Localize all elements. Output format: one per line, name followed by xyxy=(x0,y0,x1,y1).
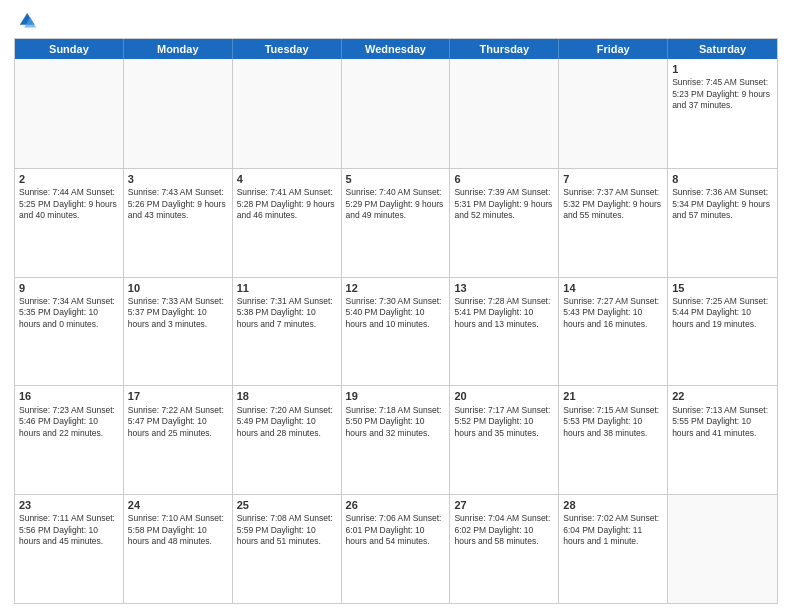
header-day-tuesday: Tuesday xyxy=(233,39,342,59)
header-day-sunday: Sunday xyxy=(15,39,124,59)
day-cell-28: 28Sunrise: 7:02 AM Sunset: 6:04 PM Dayli… xyxy=(559,495,668,603)
calendar-header: SundayMondayTuesdayWednesdayThursdayFrid… xyxy=(15,39,777,59)
day-number: 24 xyxy=(128,498,228,512)
day-number: 18 xyxy=(237,389,337,403)
day-info: Sunrise: 7:18 AM Sunset: 5:50 PM Dayligh… xyxy=(346,405,446,439)
day-info: Sunrise: 7:33 AM Sunset: 5:37 PM Dayligh… xyxy=(128,296,228,330)
day-cell-17: 17Sunrise: 7:22 AM Sunset: 5:47 PM Dayli… xyxy=(124,386,233,494)
day-number: 15 xyxy=(672,281,773,295)
day-cell-8: 8Sunrise: 7:36 AM Sunset: 5:34 PM Daylig… xyxy=(668,169,777,277)
day-cell-16: 16Sunrise: 7:23 AM Sunset: 5:46 PM Dayli… xyxy=(15,386,124,494)
day-info: Sunrise: 7:30 AM Sunset: 5:40 PM Dayligh… xyxy=(346,296,446,330)
day-number: 10 xyxy=(128,281,228,295)
day-cell-20: 20Sunrise: 7:17 AM Sunset: 5:52 PM Dayli… xyxy=(450,386,559,494)
day-number: 1 xyxy=(672,62,773,76)
logo-icon xyxy=(14,10,36,32)
day-cell-25: 25Sunrise: 7:08 AM Sunset: 5:59 PM Dayli… xyxy=(233,495,342,603)
day-info: Sunrise: 7:40 AM Sunset: 5:29 PM Dayligh… xyxy=(346,187,446,221)
day-number: 3 xyxy=(128,172,228,186)
day-number: 20 xyxy=(454,389,554,403)
day-cell-12: 12Sunrise: 7:30 AM Sunset: 5:40 PM Dayli… xyxy=(342,278,451,386)
day-number: 27 xyxy=(454,498,554,512)
day-info: Sunrise: 7:25 AM Sunset: 5:44 PM Dayligh… xyxy=(672,296,773,330)
day-number: 8 xyxy=(672,172,773,186)
day-info: Sunrise: 7:41 AM Sunset: 5:28 PM Dayligh… xyxy=(237,187,337,221)
day-cell-19: 19Sunrise: 7:18 AM Sunset: 5:50 PM Dayli… xyxy=(342,386,451,494)
day-cell-24: 24Sunrise: 7:10 AM Sunset: 5:58 PM Dayli… xyxy=(124,495,233,603)
week-row-2: 2Sunrise: 7:44 AM Sunset: 5:25 PM Daylig… xyxy=(15,168,777,277)
day-info: Sunrise: 7:04 AM Sunset: 6:02 PM Dayligh… xyxy=(454,513,554,547)
header-day-friday: Friday xyxy=(559,39,668,59)
empty-cell xyxy=(559,59,668,168)
week-row-1: 1Sunrise: 7:45 AM Sunset: 5:23 PM Daylig… xyxy=(15,59,777,168)
day-number: 14 xyxy=(563,281,663,295)
day-cell-15: 15Sunrise: 7:25 AM Sunset: 5:44 PM Dayli… xyxy=(668,278,777,386)
day-cell-26: 26Sunrise: 7:06 AM Sunset: 6:01 PM Dayli… xyxy=(342,495,451,603)
day-number: 23 xyxy=(19,498,119,512)
day-info: Sunrise: 7:43 AM Sunset: 5:26 PM Dayligh… xyxy=(128,187,228,221)
empty-cell xyxy=(342,59,451,168)
day-cell-27: 27Sunrise: 7:04 AM Sunset: 6:02 PM Dayli… xyxy=(450,495,559,603)
empty-cell xyxy=(450,59,559,168)
day-info: Sunrise: 7:06 AM Sunset: 6:01 PM Dayligh… xyxy=(346,513,446,547)
day-info: Sunrise: 7:15 AM Sunset: 5:53 PM Dayligh… xyxy=(563,405,663,439)
day-cell-5: 5Sunrise: 7:40 AM Sunset: 5:29 PM Daylig… xyxy=(342,169,451,277)
header-day-wednesday: Wednesday xyxy=(342,39,451,59)
week-row-3: 9Sunrise: 7:34 AM Sunset: 5:35 PM Daylig… xyxy=(15,277,777,386)
day-info: Sunrise: 7:22 AM Sunset: 5:47 PM Dayligh… xyxy=(128,405,228,439)
logo xyxy=(14,10,40,32)
day-cell-23: 23Sunrise: 7:11 AM Sunset: 5:56 PM Dayli… xyxy=(15,495,124,603)
week-row-5: 23Sunrise: 7:11 AM Sunset: 5:56 PM Dayli… xyxy=(15,494,777,603)
calendar: SundayMondayTuesdayWednesdayThursdayFrid… xyxy=(14,38,778,604)
day-cell-4: 4Sunrise: 7:41 AM Sunset: 5:28 PM Daylig… xyxy=(233,169,342,277)
day-cell-18: 18Sunrise: 7:20 AM Sunset: 5:49 PM Dayli… xyxy=(233,386,342,494)
day-number: 25 xyxy=(237,498,337,512)
day-info: Sunrise: 7:10 AM Sunset: 5:58 PM Dayligh… xyxy=(128,513,228,547)
day-info: Sunrise: 7:39 AM Sunset: 5:31 PM Dayligh… xyxy=(454,187,554,221)
day-info: Sunrise: 7:45 AM Sunset: 5:23 PM Dayligh… xyxy=(672,77,773,111)
day-number: 4 xyxy=(237,172,337,186)
empty-cell xyxy=(15,59,124,168)
day-cell-7: 7Sunrise: 7:37 AM Sunset: 5:32 PM Daylig… xyxy=(559,169,668,277)
day-cell-3: 3Sunrise: 7:43 AM Sunset: 5:26 PM Daylig… xyxy=(124,169,233,277)
day-number: 17 xyxy=(128,389,228,403)
week-row-4: 16Sunrise: 7:23 AM Sunset: 5:46 PM Dayli… xyxy=(15,385,777,494)
day-cell-9: 9Sunrise: 7:34 AM Sunset: 5:35 PM Daylig… xyxy=(15,278,124,386)
day-number: 19 xyxy=(346,389,446,403)
day-number: 22 xyxy=(672,389,773,403)
day-info: Sunrise: 7:23 AM Sunset: 5:46 PM Dayligh… xyxy=(19,405,119,439)
day-info: Sunrise: 7:08 AM Sunset: 5:59 PM Dayligh… xyxy=(237,513,337,547)
calendar-body: 1Sunrise: 7:45 AM Sunset: 5:23 PM Daylig… xyxy=(15,59,777,603)
day-number: 2 xyxy=(19,172,119,186)
day-number: 11 xyxy=(237,281,337,295)
day-cell-14: 14Sunrise: 7:27 AM Sunset: 5:43 PM Dayli… xyxy=(559,278,668,386)
day-number: 7 xyxy=(563,172,663,186)
day-info: Sunrise: 7:20 AM Sunset: 5:49 PM Dayligh… xyxy=(237,405,337,439)
day-number: 21 xyxy=(563,389,663,403)
day-info: Sunrise: 7:17 AM Sunset: 5:52 PM Dayligh… xyxy=(454,405,554,439)
day-number: 28 xyxy=(563,498,663,512)
header xyxy=(14,10,778,32)
day-cell-1: 1Sunrise: 7:45 AM Sunset: 5:23 PM Daylig… xyxy=(668,59,777,168)
day-number: 6 xyxy=(454,172,554,186)
empty-cell xyxy=(233,59,342,168)
day-cell-10: 10Sunrise: 7:33 AM Sunset: 5:37 PM Dayli… xyxy=(124,278,233,386)
day-info: Sunrise: 7:36 AM Sunset: 5:34 PM Dayligh… xyxy=(672,187,773,221)
header-day-saturday: Saturday xyxy=(668,39,777,59)
header-day-thursday: Thursday xyxy=(450,39,559,59)
day-cell-2: 2Sunrise: 7:44 AM Sunset: 5:25 PM Daylig… xyxy=(15,169,124,277)
page-container: SundayMondayTuesdayWednesdayThursdayFrid… xyxy=(0,0,792,612)
day-cell-13: 13Sunrise: 7:28 AM Sunset: 5:41 PM Dayli… xyxy=(450,278,559,386)
empty-cell xyxy=(668,495,777,603)
day-number: 12 xyxy=(346,281,446,295)
day-number: 9 xyxy=(19,281,119,295)
day-info: Sunrise: 7:13 AM Sunset: 5:55 PM Dayligh… xyxy=(672,405,773,439)
empty-cell xyxy=(124,59,233,168)
day-number: 13 xyxy=(454,281,554,295)
day-info: Sunrise: 7:28 AM Sunset: 5:41 PM Dayligh… xyxy=(454,296,554,330)
header-day-monday: Monday xyxy=(124,39,233,59)
day-number: 5 xyxy=(346,172,446,186)
day-info: Sunrise: 7:31 AM Sunset: 5:38 PM Dayligh… xyxy=(237,296,337,330)
day-number: 26 xyxy=(346,498,446,512)
day-info: Sunrise: 7:34 AM Sunset: 5:35 PM Dayligh… xyxy=(19,296,119,330)
